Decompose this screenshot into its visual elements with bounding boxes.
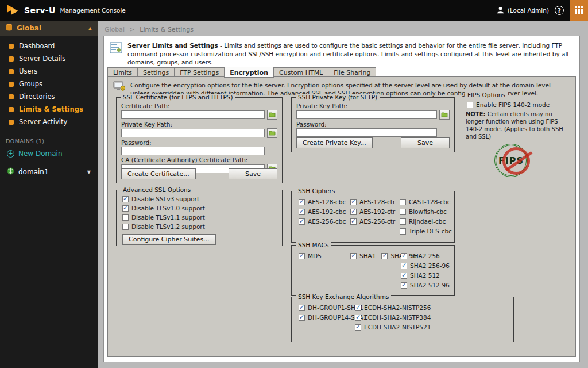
cipher-row[interactable]: Blowfish-cbc xyxy=(400,208,452,215)
ssh-private-key-path-field: Private Key Path: xyxy=(296,102,450,120)
ssl-save-button[interactable]: Save xyxy=(229,168,277,179)
checkbox[interactable] xyxy=(350,209,357,215)
sidebar-item-label: Server Activity xyxy=(19,118,67,126)
checkbox-label: Disable TLSv1.2 support xyxy=(131,223,205,230)
disable-tlsv11-row[interactable]: Disable TLSv1.1 support xyxy=(122,214,282,221)
checkbox[interactable] xyxy=(400,228,406,235)
browse-button[interactable] xyxy=(267,128,277,138)
checkbox[interactable] xyxy=(401,273,407,279)
domains-section-header: DOMAINS (1) xyxy=(0,135,98,147)
checkbox[interactable] xyxy=(467,102,473,108)
checkbox-label: CAST-128-cbc xyxy=(409,198,450,205)
sidebar-item-limits-settings[interactable]: Limits & Settings xyxy=(0,103,98,116)
checkbox[interactable] xyxy=(299,315,305,321)
disable-tlsv12-row[interactable]: Disable TLSv1.2 support xyxy=(122,223,282,230)
ssh-kex-group: SSH Key Exchange Algorithms DH-GROUP1-SH… xyxy=(291,297,514,342)
sidebar-item-server-activity[interactable]: Server Activity xyxy=(0,116,98,128)
tab-limits[interactable]: Limits xyxy=(107,67,137,77)
checkbox[interactable] xyxy=(355,324,361,331)
checkbox[interactable] xyxy=(400,209,406,215)
sidebar-item-domain1[interactable]: domain1 ▼ xyxy=(0,165,98,179)
group-title: Advanced SSL Options xyxy=(121,186,193,193)
tab-settings[interactable]: Settings xyxy=(137,67,174,77)
cipher-row[interactable]: AES-128-ctr xyxy=(350,198,395,205)
configure-cipher-suites-button[interactable]: Configure Cipher Suites... xyxy=(122,234,216,245)
browse-button[interactable] xyxy=(267,110,277,120)
ssh-password-input[interactable] xyxy=(296,128,437,137)
tab-file-sharing[interactable]: File Sharing xyxy=(328,67,376,77)
cipher-row[interactable]: AES-192-ctr xyxy=(350,208,395,215)
kex-row[interactable]: ECDH-SHA2-NISTP256 xyxy=(355,304,431,311)
cipher-row[interactable]: AES-256-ctr xyxy=(350,218,395,225)
cipher-row[interactable]: Rijndael-cbc xyxy=(400,218,452,225)
checkbox[interactable] xyxy=(299,218,305,225)
checkbox[interactable] xyxy=(350,199,357,205)
sidebar-global-header[interactable]: Global ▲ xyxy=(0,21,98,36)
account-menu[interactable]: (Local Admin) xyxy=(496,6,549,16)
ssh-ciphers-col1: AES-128-cbc AES-192-cbc AES-256-cbc xyxy=(299,198,346,228)
tab-custom-html[interactable]: Custom HTML xyxy=(274,67,328,77)
cipher-row[interactable]: AES-192-cbc xyxy=(299,208,346,215)
ssh-save-button[interactable]: Save xyxy=(401,137,450,148)
sidebar-item-dashboard[interactable]: Dashboard xyxy=(0,40,98,52)
create-private-key-button[interactable]: Create Private Key... xyxy=(296,137,373,148)
checkbox[interactable] xyxy=(122,214,129,221)
checkbox[interactable] xyxy=(122,205,129,212)
checkbox[interactable] xyxy=(400,199,406,205)
new-domain-button[interactable]: + New Domain xyxy=(0,147,98,160)
cipher-row[interactable]: AES-256-cbc xyxy=(299,218,346,225)
checkbox[interactable] xyxy=(381,253,388,259)
cipher-row[interactable]: CAST-128-cbc xyxy=(400,198,452,205)
mac-row[interactable]: MD5 xyxy=(299,252,322,259)
mac-row[interactable]: SHA2 512-96 xyxy=(401,282,450,289)
create-certificate-button[interactable]: Create Certificate... xyxy=(121,168,196,179)
checkbox-label: AES-256-ctr xyxy=(359,218,395,225)
tab-ftp-settings[interactable]: FTP Settings xyxy=(174,67,224,77)
kex-row[interactable]: ECDH-SHA2-NISTP384 xyxy=(355,314,431,321)
checkbox[interactable] xyxy=(122,196,129,202)
sidebar-item-server-details[interactable]: Server Details xyxy=(0,52,98,65)
cipher-row[interactable]: AES-128-cbc xyxy=(299,198,346,205)
mac-row[interactable]: SHA2 512 xyxy=(401,272,450,279)
mac-row[interactable]: SHA2 256 xyxy=(401,252,450,259)
certificate-path-input[interactable] xyxy=(121,110,265,119)
checkbox[interactable] xyxy=(350,253,357,259)
sidebar-item-groups[interactable]: Groups xyxy=(0,78,98,90)
chevron-up-icon[interactable]: ▲ xyxy=(88,26,92,31)
sidebar-global-label: Global xyxy=(17,24,41,32)
browse-button[interactable] xyxy=(439,110,450,120)
mac-row[interactable]: SHA1 xyxy=(350,252,376,259)
page-description: Server Limits and Settings - Limits and … xyxy=(127,41,572,67)
checkbox[interactable] xyxy=(355,305,361,311)
chevron-down-icon[interactable]: ▼ xyxy=(87,170,91,175)
field-label: CA (Certificate Authority) Certificate P… xyxy=(121,156,277,163)
sidebar-item-directories[interactable]: Directories xyxy=(0,90,98,103)
ssh-private-key-path-input[interactable] xyxy=(296,110,437,119)
tab-encryption[interactable]: Encryption xyxy=(224,67,274,78)
ssl-password-input[interactable] xyxy=(121,147,265,155)
private-key-path-input[interactable] xyxy=(121,129,265,137)
checkbox[interactable] xyxy=(400,218,406,225)
sidebar-item-users[interactable]: Users xyxy=(0,65,98,78)
checkbox[interactable] xyxy=(401,282,407,289)
checkbox[interactable] xyxy=(350,218,357,225)
checkbox[interactable] xyxy=(401,253,407,259)
checkbox[interactable] xyxy=(299,253,305,259)
help-icon[interactable]: ? xyxy=(555,6,564,15)
breadcrumb-global[interactable]: Global xyxy=(105,26,125,33)
checkbox[interactable] xyxy=(401,263,407,269)
checkbox[interactable] xyxy=(299,209,305,215)
field-label: Password: xyxy=(296,121,450,128)
cipher-row[interactable]: Triple DES-cbc xyxy=(400,228,452,235)
checkbox[interactable] xyxy=(122,224,129,230)
enable-fips-row[interactable]: Enable FIPS 140-2 mode xyxy=(467,101,568,108)
checkbox[interactable] xyxy=(355,315,361,321)
checkbox[interactable] xyxy=(299,305,305,311)
disable-tlsv10-row[interactable]: Disable TLSv1.0 support xyxy=(122,205,282,212)
disable-sslv3-row[interactable]: Disable SSLv3 support xyxy=(122,195,282,202)
checkbox-label: SHA2 512-96 xyxy=(410,282,450,289)
kex-row[interactable]: ECDH-SHA2-NISTP521 xyxy=(355,324,431,331)
checkbox[interactable] xyxy=(299,199,305,205)
mac-row[interactable]: SHA2 256-96 xyxy=(401,262,450,269)
app-switcher-button[interactable] xyxy=(570,0,588,21)
